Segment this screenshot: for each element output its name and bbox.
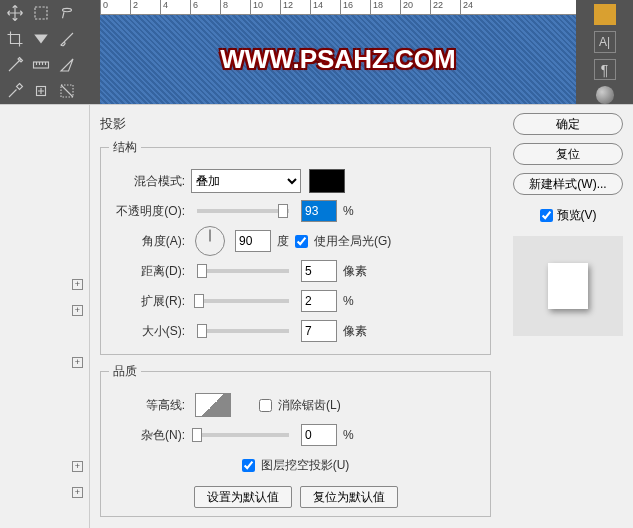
knockout-label: 图层挖空投影(U) [261, 457, 350, 474]
tree-row[interactable] [0, 401, 89, 427]
tree-row[interactable] [0, 141, 89, 167]
structure-legend: 结构 [109, 139, 141, 156]
layer-style-dialog: + + + + + 投影 结构 混合模式: 叠加 不透明度(O): [0, 104, 633, 528]
distance-input[interactable] [301, 260, 337, 282]
global-light-label: 使用全局光(G) [314, 233, 391, 250]
size-slider[interactable] [197, 329, 289, 333]
opacity-input[interactable] [301, 200, 337, 222]
svg-rect-0 [35, 7, 47, 19]
tree-row[interactable] [0, 193, 89, 219]
watermark-text: WWW.PSAHZ.COM [220, 44, 455, 75]
spread-input[interactable] [301, 290, 337, 312]
healing-tool[interactable] [28, 78, 54, 104]
ok-button[interactable]: 确定 [513, 113, 623, 135]
lasso-tool[interactable] [54, 0, 80, 26]
plus-icon[interactable]: + [72, 487, 83, 498]
eyedropper-tool[interactable] [2, 78, 28, 104]
brush-tool[interactable] [54, 26, 80, 52]
preview-label: 预览(V) [557, 207, 597, 224]
blend-mode-label: 混合模式: [109, 173, 185, 190]
opacity-label: 不透明度(O): [109, 203, 185, 220]
opacity-unit: % [343, 204, 354, 218]
horizontal-ruler: 0 2 4 6 8 10 12 14 16 18 20 22 24 [100, 0, 576, 15]
angle-label: 角度(A): [109, 233, 185, 250]
plus-icon[interactable]: + [72, 305, 83, 316]
size-label: 大小(S): [109, 323, 185, 340]
size-unit: 像素 [343, 323, 367, 340]
tree-row[interactable] [0, 375, 89, 401]
tree-row[interactable] [0, 219, 89, 245]
reset-default-button[interactable]: 复位为默认值 [300, 486, 398, 508]
svg-rect-1 [34, 62, 49, 68]
angle-input[interactable] [235, 230, 271, 252]
tree-row[interactable]: + [0, 271, 89, 297]
noise-unit: % [343, 428, 354, 442]
global-light-checkbox[interactable] [295, 235, 308, 248]
structure-group: 结构 混合模式: 叠加 不透明度(O): % 角度(A): 度 [100, 139, 491, 355]
antialias-label: 消除锯齿(L) [278, 397, 341, 414]
spread-unit: % [343, 294, 354, 308]
noise-label: 杂色(N): [109, 427, 185, 444]
tree-row[interactable]: + [0, 453, 89, 479]
antialias-checkbox[interactable] [259, 399, 272, 412]
make-default-button[interactable]: 设置为默认值 [194, 486, 292, 508]
knockout-checkbox[interactable] [242, 459, 255, 472]
quality-group: 品质 等高线: 消除锯齿(L) 杂色(N): % 图层挖空投影(U) 设置为默认… [100, 363, 491, 517]
size-input[interactable] [301, 320, 337, 342]
color-panel-icon[interactable] [594, 4, 616, 25]
pen-tool-a[interactable] [2, 52, 28, 78]
contour-picker[interactable] [195, 393, 231, 417]
tree-row[interactable] [0, 245, 89, 271]
contour-label: 等高线: [109, 397, 185, 414]
angle-dial[interactable] [195, 226, 225, 256]
dialog-sidebar: 确定 复位 新建样式(W)... 预览(V) [503, 105, 633, 528]
noise-slider[interactable] [197, 433, 289, 437]
plus-icon[interactable]: + [72, 357, 83, 368]
tree-row[interactable] [0, 323, 89, 349]
gradient-tool[interactable] [54, 78, 80, 104]
distance-label: 距离(D): [109, 263, 185, 280]
frame-tool[interactable] [28, 26, 54, 52]
crop-tool[interactable] [2, 26, 28, 52]
document-canvas[interactable]: WWW.PSAHZ.COM [100, 15, 576, 104]
plus-icon[interactable]: + [72, 461, 83, 472]
plus-icon[interactable]: + [72, 279, 83, 290]
cancel-button[interactable]: 复位 [513, 143, 623, 165]
new-style-button[interactable]: 新建样式(W)... [513, 173, 623, 195]
blend-mode-select[interactable]: 叠加 [191, 169, 301, 193]
opacity-slider[interactable] [197, 209, 289, 213]
tool-palette [0, 0, 81, 104]
move-tool[interactable] [2, 0, 28, 26]
3d-panel-icon[interactable] [596, 86, 614, 104]
character-panel-icon[interactable]: A| [594, 31, 616, 52]
angle-unit: 度 [277, 233, 289, 250]
preview-swatch [548, 263, 588, 309]
tree-row[interactable]: + [0, 297, 89, 323]
noise-input[interactable] [301, 424, 337, 446]
panel-title: 投影 [100, 115, 491, 133]
quality-legend: 品质 [109, 363, 141, 380]
right-panel: A| ¶ [576, 0, 633, 104]
tree-row[interactable]: + [0, 349, 89, 375]
distance-unit: 像素 [343, 263, 367, 280]
tree-row[interactable]: + [0, 479, 89, 505]
tree-row[interactable] [0, 167, 89, 193]
preview-box [513, 236, 623, 336]
style-list-panel: + + + + + [0, 105, 90, 528]
distance-slider[interactable] [197, 269, 289, 273]
spread-slider[interactable] [197, 299, 289, 303]
paragraph-panel-icon[interactable]: ¶ [594, 59, 616, 80]
ruler-tool[interactable] [28, 52, 54, 78]
preview-checkbox[interactable] [540, 209, 553, 222]
pen-tool-b[interactable] [54, 52, 80, 78]
color-swatch[interactable] [309, 169, 345, 193]
spread-label: 扩展(R): [109, 293, 185, 310]
marquee-tool[interactable] [28, 0, 54, 26]
tree-row[interactable] [0, 427, 89, 453]
